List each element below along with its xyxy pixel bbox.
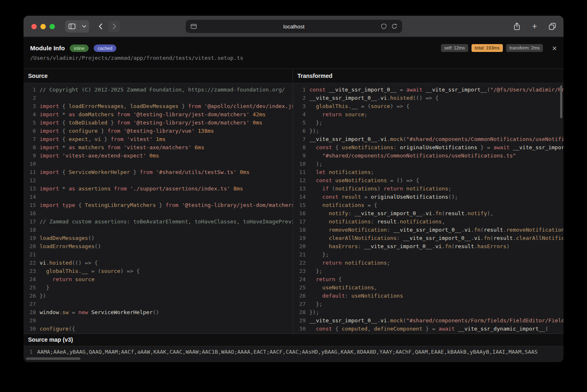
code-line: 11import { ServiceWorkerHelper } from '#…	[24, 168, 293, 176]
code-text: "#shared/components/CommonNotifications/…	[309, 152, 516, 160]
line-number: 20	[24, 242, 36, 251]
code-text: import * as assertions from './support/a…	[40, 185, 243, 193]
line-number: 8	[294, 143, 306, 152]
share-icon[interactable]	[512, 22, 521, 31]
line-number: 6	[294, 127, 306, 135]
line-number: 8	[24, 143, 36, 152]
page-settings-icon[interactable]	[191, 24, 197, 29]
line-number: 26	[24, 292, 36, 300]
line-number: 15	[294, 201, 306, 209]
line-number: 24	[24, 275, 36, 284]
code-line: 12	[24, 176, 293, 185]
code-line: 21	[24, 251, 293, 259]
zoom-window-button[interactable]	[50, 24, 55, 29]
code-text: const result = originalUseNotifications(…	[309, 193, 458, 201]
code-text: import { configure } from '@testing-libr…	[40, 127, 214, 135]
tab-overview-icon[interactable]	[548, 23, 557, 30]
code-line: 26})	[24, 292, 293, 300]
code-text: const { useNotifications: originalUseNot…	[309, 143, 563, 152]
line-number: 19	[294, 234, 306, 242]
line-number: 3	[294, 102, 306, 110]
code-line: 28window.sw = new ServiceWorkerHelper()	[24, 308, 293, 317]
code-text: vi.hoisted(() => {	[40, 259, 98, 267]
code-text: clearAllNotifications: __vite_ssr_import…	[309, 234, 563, 242]
browser-toolbar: localhost +	[24, 16, 563, 37]
code-text: })	[40, 292, 46, 300]
code-text: __vite_ssr_import_0__.vi.mock("#shared/c…	[309, 135, 563, 143]
code-text: removeNotification: __vite_ssr_import_0_…	[309, 226, 563, 234]
privacy-shield-icon[interactable]	[381, 23, 387, 29]
sourcemap-mappings: AAMA;AAeA,yBAAG,QAAQ,MAAM;AACf,aAAW,KAAK…	[37, 349, 537, 355]
total-time-badge: total: 193ms	[471, 44, 503, 52]
line-number: 14	[294, 193, 306, 201]
line-number: 27	[294, 300, 306, 308]
line-number: 17	[294, 218, 306, 226]
minimize-window-button[interactable]	[40, 24, 46, 29]
code-text: globalThis.__ = (source) => {	[40, 267, 140, 275]
code-text: return notifications;	[309, 259, 390, 267]
toolbar-right-controls: +	[512, 16, 557, 37]
module-info-header: Module Info inline cached self: 12ms tot…	[24, 37, 563, 68]
line-number: 17	[24, 218, 36, 226]
vertical-scrollbar[interactable]	[560, 85, 562, 118]
code-line: 8 const { useNotifications: originalUseN…	[293, 143, 563, 152]
url-text: localhost	[186, 23, 402, 30]
code-line: 17 notifications: result.notifications,	[293, 218, 563, 226]
code-text: notifications = {	[309, 201, 377, 209]
code-text: };	[309, 119, 322, 127]
code-text: import * as matchers from 'vitest-axe/ma…	[40, 143, 204, 152]
line-number: 3	[24, 102, 36, 110]
code-line: 24 return source	[24, 275, 293, 284]
close-window-button[interactable]	[31, 24, 37, 29]
code-text: };	[309, 300, 322, 308]
reload-icon[interactable]	[391, 23, 397, 29]
line-number: 11	[294, 168, 306, 176]
code-line: 2	[24, 94, 293, 102]
address-bar[interactable]: localhost	[186, 20, 402, 33]
transform-time-badge: transform: 2ms	[506, 44, 543, 52]
code-text: if (notifications) return notifications;	[309, 185, 451, 193]
code-line: 17// Zammad custom assertions: toBeAvata…	[24, 218, 293, 226]
line-number: 25	[24, 284, 36, 292]
line-number: 18	[24, 226, 36, 234]
code-line: 19loadDevMessages()	[24, 234, 293, 242]
line-number: 5	[24, 119, 36, 127]
code-line: 7import { expect, vi } from 'vitest' 1ms	[24, 135, 293, 143]
code-line: 18	[24, 226, 293, 234]
transformed-panel-title: Transformed	[293, 69, 563, 83]
line-number: 15	[24, 201, 36, 209]
sourcemap-title: Source map (v3)	[24, 334, 563, 346]
code-text: __vite_ssr_import_0__.vi.mock("#shared/c…	[309, 317, 563, 325]
sidebar-toggle-button[interactable]	[65, 20, 89, 33]
code-text: hasErrors: __vite_ssr_import_0__.vi.fn(r…	[309, 242, 509, 251]
line-number: 30	[294, 325, 306, 333]
code-line: 16	[24, 209, 293, 218]
line-number: 28	[294, 308, 306, 317]
chevron-left-icon	[99, 23, 102, 29]
sidebar-icon	[68, 23, 75, 29]
code-line: 28});	[293, 308, 563, 317]
code-line: 14 const result = originalUseNotificatio…	[293, 193, 563, 201]
code-text: const useNotifications = () => {	[309, 176, 419, 185]
code-line: 20 hasErrors: __vite_ssr_import_0__.vi.f…	[293, 242, 563, 251]
line-number: 4	[24, 110, 36, 119]
code-line: 4import * as domMatchers from '@testing-…	[24, 110, 293, 119]
code-text: notify: __vite_ssr_import_0__.vi.fn(resu…	[309, 209, 493, 218]
code-text: });	[309, 308, 319, 317]
line-number: 29	[294, 317, 306, 325]
code-line: 8import * as matchers from 'vitest-axe/m…	[24, 143, 293, 152]
chevron-right-icon	[113, 23, 116, 29]
line-number: 5	[294, 119, 306, 127]
horizontal-scrollbar[interactable]	[26, 357, 80, 360]
back-button[interactable]	[94, 21, 106, 32]
line-number: 23	[294, 267, 306, 275]
code-line: 3import { loadErrorMessages, loadDevMess…	[24, 102, 293, 110]
code-text: );	[309, 160, 322, 168]
line-number: 16	[24, 209, 36, 218]
forward-button[interactable]	[108, 21, 120, 32]
line-number: 29	[24, 317, 36, 325]
close-icon[interactable]: ×	[552, 45, 557, 52]
line-number: 28	[24, 308, 36, 317]
new-tab-icon[interactable]: +	[530, 22, 539, 31]
code-line: 15 notifications = {	[293, 201, 563, 209]
